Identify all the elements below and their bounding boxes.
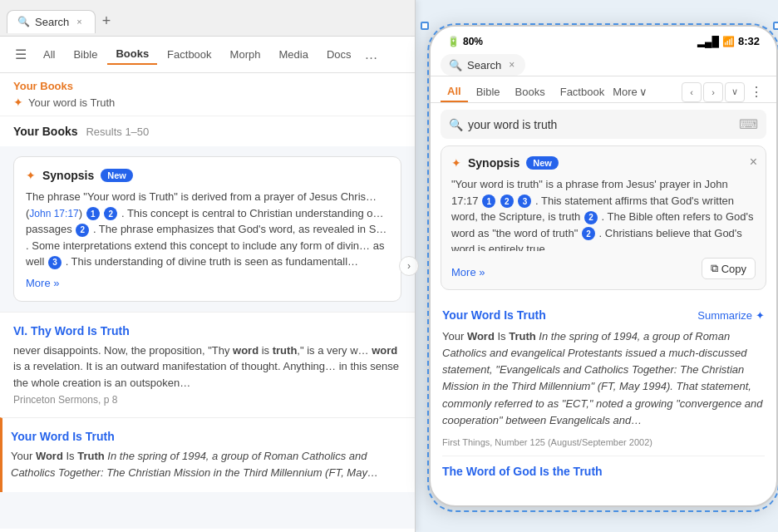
m-circle-5: 2: [582, 227, 595, 240]
mobile-card-body: "Your word is truth" is a phrase from Je…: [451, 176, 756, 251]
corner-handle-tr[interactable]: [773, 22, 778, 30]
summarize-ai-icon: ✦: [756, 309, 765, 322]
ref-link[interactable]: John 17:17: [29, 208, 78, 219]
mobile-tab-bar: 🔍 Search ×: [431, 51, 776, 76]
mobile-new-badge: New: [526, 156, 559, 170]
result-title-1[interactable]: VI. Thy Word Is Truth: [13, 324, 401, 337]
table-row: VI. Thy Word Is Truth never disappoints.…: [0, 312, 415, 418]
tab-bible[interactable]: Bible: [65, 45, 106, 64]
category-label: Your Books: [13, 80, 401, 92]
mobile-result-header-1: Your Word Is Truth Summarize ✦: [431, 300, 776, 325]
nav-bar: ☰ All Bible Books Factbook Morph Media D…: [0, 37, 415, 73]
mobile-search-tab[interactable]: 🔍 Search ×: [441, 54, 525, 76]
mobile-result-title-2[interactable]: The Word of God Is the Truth: [442, 465, 603, 478]
mobile-device: 🔋 80% ▂▄█ 📶 8:32 🔍 Search × All Bible Bo…: [429, 25, 778, 507]
search-tab[interactable]: 🔍 Search ×: [7, 10, 96, 33]
right-scroll-button[interactable]: ›: [399, 256, 419, 276]
card-ai-icon: ✦: [26, 169, 36, 182]
content-area[interactable]: ✦ Synopsis New The phrase "Your word is …: [0, 146, 415, 529]
mobile-status-bar: 🔋 80% ▂▄█ 📶 8:32: [431, 27, 776, 51]
mobile-result-text-1: Your Word Is Truth In the spring of 1994…: [431, 325, 776, 437]
summarize-button[interactable]: Summarize ✦: [697, 309, 765, 322]
nav-tabs: All Bible Books Factbook Morph Media Doc…: [35, 44, 382, 66]
search-section: Your Books ✦ Your word is Truth: [0, 73, 415, 116]
m-circle-2: 2: [500, 195, 514, 208]
tab-morph[interactable]: Morph: [222, 45, 269, 64]
new-tab-button[interactable]: +: [96, 12, 118, 30]
mobile-tab-all[interactable]: All: [441, 81, 468, 102]
mobile-tab-factbook[interactable]: Factbook: [554, 82, 611, 101]
result-meta-1: Princeton Sermons, p 8: [13, 394, 401, 406]
mobile-tab-close[interactable]: ×: [506, 58, 517, 71]
mobile-more-link[interactable]: More »: [451, 266, 485, 278]
tab-media[interactable]: Media: [270, 45, 316, 64]
time-display: 8:32: [738, 35, 760, 47]
mobile-card-close-button[interactable]: ×: [750, 155, 757, 170]
circle-3: 2: [76, 224, 89, 237]
search-icon: 🔍: [17, 16, 30, 27]
mobile-search-field[interactable]: your word is truth: [468, 118, 734, 131]
synopsis-more-link[interactable]: More »: [26, 277, 389, 289]
tab-bar: 🔍 Search × +: [0, 0, 415, 37]
results-label: Your Books: [13, 125, 78, 138]
copy-label: Copy: [721, 263, 746, 275]
m-circle-3: 3: [518, 195, 531, 208]
mobile-result-header-2: The Word of God Is the Truth: [431, 456, 776, 481]
card-title: Synopsis: [42, 169, 94, 182]
keyboard-icon: ⌨: [739, 116, 758, 132]
more-label: More: [613, 86, 638, 98]
wifi-icon: 📶: [722, 36, 735, 47]
mobile-tab-label: Search: [467, 59, 501, 71]
circle-1: 1: [86, 207, 100, 220]
mobile-result-title-1[interactable]: Your Word Is Truth: [442, 308, 546, 322]
mobile-search-icon: 🔍: [449, 59, 462, 71]
kebab-menu-button[interactable]: ⋮: [746, 82, 766, 102]
result-text-2: Your Word Is Truth In the spring of 1994…: [11, 448, 401, 480]
copy-icon: ⧉: [711, 262, 718, 275]
status-icons: ▂▄█ 📶 8:32: [697, 35, 760, 47]
mobile-more-button[interactable]: More ∨: [613, 86, 648, 98]
mobile-search-input-icon: 🔍: [449, 118, 463, 131]
card-body: The phrase "Your word is Truth" is deriv…: [26, 189, 389, 270]
results-header: Your Books Results 1–50: [0, 116, 415, 146]
result-text-1: never disappoints. Now, the proposition,…: [13, 342, 401, 392]
tab-close-button[interactable]: ×: [74, 16, 84, 27]
card-header: ✦ Synopsis New: [26, 169, 389, 182]
tab-factbook[interactable]: Factbook: [159, 45, 219, 64]
mobile-nav-arrows: ‹ › ∨ ⋮: [682, 82, 766, 102]
nav-next-button[interactable]: ›: [703, 82, 723, 102]
tab-label: Search: [35, 16, 69, 28]
m-circle-1: 1: [482, 195, 495, 208]
tab-all[interactable]: All: [35, 45, 63, 64]
copy-button[interactable]: ⧉ Copy: [702, 258, 756, 279]
nav-prev-button[interactable]: ‹: [682, 82, 702, 102]
table-row: Your Word Is Truth Your Word Is Truth In…: [0, 417, 415, 492]
mobile-tab-bible[interactable]: Bible: [470, 82, 507, 101]
search-query: ✦ Your word is Truth: [13, 96, 401, 109]
tab-docs[interactable]: Docs: [318, 45, 360, 64]
result-title-2[interactable]: Your Word Is Truth: [11, 430, 401, 443]
battery-icon: 🔋: [447, 36, 460, 47]
more-tabs-button[interactable]: …: [362, 44, 382, 66]
mobile-search-box: 🔍 your word is truth ⌨: [441, 110, 766, 139]
query-text: Your word is Truth: [28, 96, 115, 109]
battery-display: 🔋 80%: [447, 36, 483, 47]
tab-books[interactable]: Books: [107, 44, 157, 65]
mobile-synopsis-card: ✦ Synopsis New × "Your word is truth" is…: [441, 145, 766, 290]
mobile-card-ai-icon: ✦: [451, 156, 461, 170]
results-count: Results 1–50: [86, 126, 149, 138]
circle-4: 3: [48, 256, 62, 269]
mobile-result-meta-1: First Things, Number 125 (August/Septemb…: [431, 437, 776, 456]
browser-window: 🔍 Search × + ☰ All Bible Books Factbook …: [0, 0, 416, 532]
mobile-nav: All Bible Books Factbook More ∨ ‹ › ∨ ⋮: [431, 76, 776, 103]
new-badge: New: [101, 169, 133, 182]
hamburger-menu[interactable]: ☰: [10, 43, 32, 66]
mobile-tab-books[interactable]: Books: [509, 82, 552, 101]
mobile-card-header: ✦ Synopsis New: [451, 156, 756, 170]
corner-handle-tl[interactable]: [421, 22, 429, 30]
summarize-label: Summarize: [697, 309, 752, 322]
mobile-content[interactable]: Your Word Is Truth Summarize ✦ Your Word…: [431, 297, 776, 485]
chevron-down-icon: ∨: [639, 86, 648, 98]
nav-dropdown-button[interactable]: ∨: [725, 82, 745, 102]
ai-sparkle-icon: ✦: [13, 96, 23, 109]
